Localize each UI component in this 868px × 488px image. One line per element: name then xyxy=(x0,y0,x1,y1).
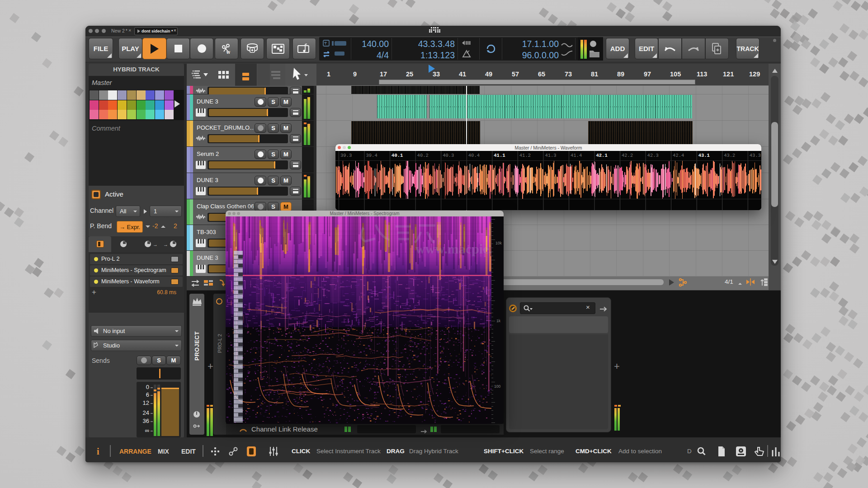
svg-text:43.2: 43.2 xyxy=(724,153,735,158)
svg-text:1k: 1k xyxy=(496,319,501,323)
svg-text:43.3: 43.3 xyxy=(750,153,761,158)
svg-text:39.4: 39.4 xyxy=(366,153,377,158)
svg-text:42.1: 42.1 xyxy=(596,153,608,158)
svg-text:39.3: 39.3 xyxy=(340,153,352,158)
svg-text:40.2: 40.2 xyxy=(417,153,429,158)
svg-text:www.macpie.cn: www.macpie.cn xyxy=(415,241,504,256)
svg-text:40.1: 40.1 xyxy=(392,153,403,158)
svg-text:43.1: 43.1 xyxy=(698,153,710,158)
svg-text:42.2: 42.2 xyxy=(622,153,633,158)
svg-text:42.4: 42.4 xyxy=(673,153,684,158)
svg-text:40.4: 40.4 xyxy=(468,153,480,158)
svg-text:10k: 10k xyxy=(495,241,502,245)
svg-text:w: w xyxy=(226,50,230,55)
svg-text:41.4: 41.4 xyxy=(571,153,582,158)
svg-text:100: 100 xyxy=(494,384,500,389)
svg-text:42.3: 42.3 xyxy=(647,153,659,158)
svg-text:40.3: 40.3 xyxy=(443,153,454,158)
svg-text:41.3: 41.3 xyxy=(545,153,556,158)
svg-text:41.1: 41.1 xyxy=(494,153,505,158)
svg-text:41.2: 41.2 xyxy=(519,153,531,158)
